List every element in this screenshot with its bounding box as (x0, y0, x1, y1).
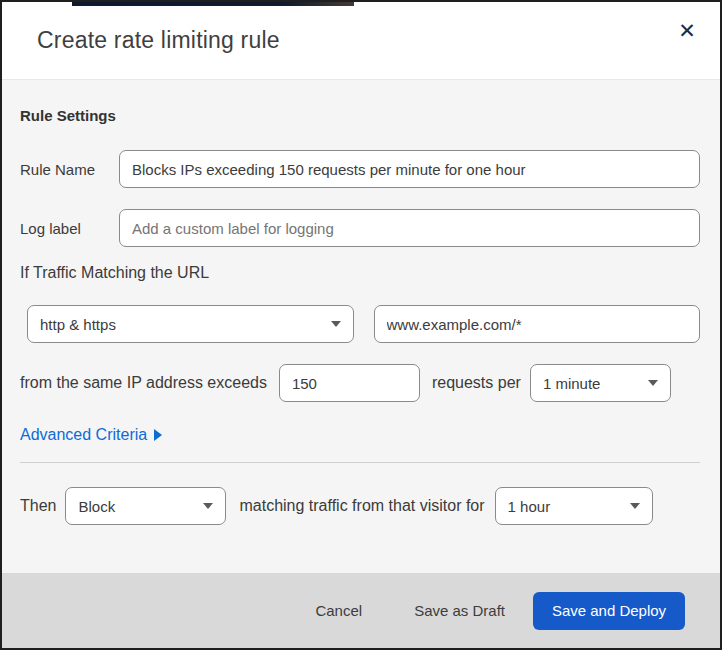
rule-name-input[interactable] (119, 150, 700, 188)
duration-select[interactable]: 1 hour (495, 487, 653, 525)
period-select[interactable]: 1 minute (530, 364, 671, 402)
then-label: Then (20, 497, 56, 515)
screenshot-edge-artifact (72, 2, 354, 6)
request-count-input[interactable] (279, 364, 420, 402)
log-label-label: Log label (20, 220, 119, 237)
scheme-select-value: http & https (40, 316, 323, 333)
log-label-row: Log label (20, 209, 700, 247)
save-as-draft-button[interactable]: Save as Draft (404, 594, 515, 627)
dialog-footer: Cancel Save as Draft Save and Deploy (2, 573, 720, 648)
dialog-title: Create rate limiting rule (37, 27, 280, 54)
traffic-match-heading: If Traffic Matching the URL (20, 263, 700, 283)
log-label-input[interactable] (119, 209, 700, 247)
advanced-criteria-label: Advanced Criteria (20, 425, 147, 445)
action-select-value: Block (78, 498, 195, 515)
dialog-body: Rule Settings Rule Name Log label If Tra… (2, 80, 720, 573)
chevron-down-icon (648, 380, 658, 386)
threshold-row: from the same IP address exceeds request… (20, 364, 700, 402)
then-action-row: Then Block matching traffic from that vi… (20, 487, 700, 525)
dialog-header: Create rate limiting rule ✕ (2, 2, 720, 80)
rule-name-row: Rule Name (20, 150, 700, 188)
advanced-criteria-link[interactable]: Advanced Criteria (20, 425, 162, 445)
cancel-button[interactable]: Cancel (305, 594, 372, 627)
period-select-value: 1 minute (543, 375, 640, 392)
chevron-down-icon (331, 321, 341, 327)
url-match-row: http & https (27, 305, 700, 343)
duration-select-value: 1 hour (508, 498, 622, 515)
threshold-prefix-text: from the same IP address exceeds (20, 374, 267, 392)
rule-name-label: Rule Name (20, 161, 119, 178)
section-divider (20, 462, 700, 463)
then-middle-text: matching traffic from that visitor for (239, 497, 484, 515)
save-and-deploy-button[interactable]: Save and Deploy (533, 592, 685, 630)
url-pattern-input[interactable] (374, 305, 701, 343)
chevron-down-icon (203, 503, 213, 509)
expand-arrow-icon (154, 429, 162, 441)
action-select[interactable]: Block (65, 487, 226, 525)
scheme-select[interactable]: http & https (27, 305, 354, 343)
close-icon[interactable]: ✕ (670, 14, 704, 48)
threshold-middle-text: requests per (432, 374, 521, 392)
create-rate-limiting-rule-dialog: Create rate limiting rule ✕ Rule Setting… (0, 0, 722, 650)
chevron-down-icon (630, 503, 640, 509)
rule-settings-heading: Rule Settings (20, 106, 700, 126)
